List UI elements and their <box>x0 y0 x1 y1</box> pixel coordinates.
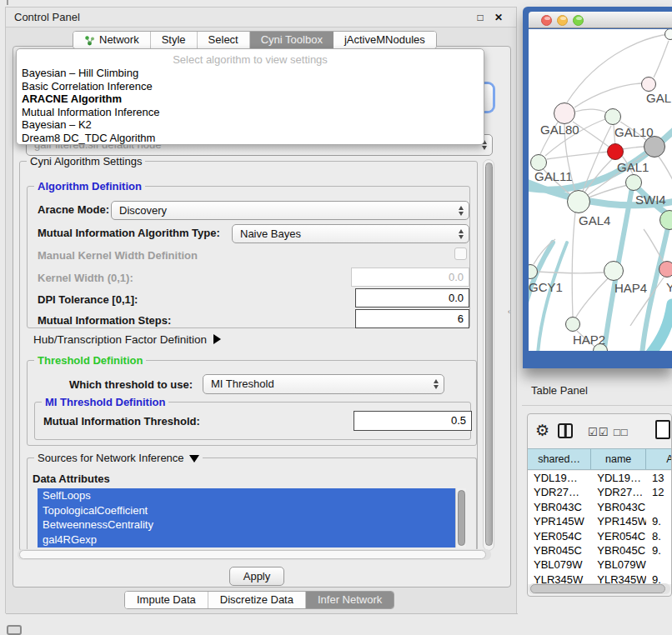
combo-stepper-icon <box>459 206 464 216</box>
control-panel-title: Control Panel <box>14 11 80 23</box>
table-row[interactable]: YBR043CYBR043C <box>528 500 672 514</box>
apply-button[interactable]: Apply <box>229 567 284 586</box>
tab-impute-data[interactable]: Impute Data <box>125 592 208 608</box>
node-label-y: Y <box>666 280 672 294</box>
node-y[interactable] <box>659 261 672 278</box>
tab-select[interactable]: Select <box>198 32 250 48</box>
table-header: shared…nameA <box>528 448 672 470</box>
algorithm-option-mutual-information-inference[interactable]: Mutual Information Inference <box>17 106 484 119</box>
gear-icon[interactable]: ⚙ <box>535 421 549 440</box>
close-light[interactable] <box>541 15 552 26</box>
node-gal10[interactable] <box>604 108 621 125</box>
tab-style[interactable]: Style <box>151 32 198 48</box>
sources-group: Sources for Network Inference Data Attri… <box>27 458 477 552</box>
tab-discretize-data[interactable]: Discretize Data <box>208 592 306 608</box>
tab-cyni-toolbox[interactable]: Cyni Toolbox <box>250 32 333 48</box>
zoom-light[interactable] <box>573 15 584 26</box>
tab-label: Select <box>208 32 238 48</box>
document-icon[interactable] <box>655 420 670 439</box>
table-row[interactable]: YDL19…YDL19…13 <box>528 471 672 485</box>
table-row[interactable]: YBL079WYBL079W <box>528 558 672 572</box>
network-canvas[interactable]: GALGAL80GAL10GAL1GAL11SWI4GAL4GCY1HAP4YH… <box>529 29 672 351</box>
which-threshold-label: Which threshold to use: <box>69 378 193 391</box>
column-header-shared[interactable]: shared… <box>528 449 591 469</box>
aracne-mode-label: Aracne Mode: <box>38 203 109 216</box>
combo-stepper-icon <box>434 379 439 389</box>
mi-steps-field[interactable]: 6 <box>355 309 469 328</box>
tab-jactivemnodules[interactable]: jActiveMNodules <box>333 32 436 48</box>
table-cell: YDR27… <box>528 485 591 499</box>
mi-threshold-field[interactable]: 0.5 <box>354 411 472 431</box>
table-cell: YBL079W <box>528 558 591 572</box>
attribute-item-topologicalcoefficient[interactable]: TopologicalCoefficient <box>38 503 466 518</box>
settings-vertical-scroll-thumb[interactable] <box>485 162 493 546</box>
network-window-titlebar[interactable] <box>529 12 672 28</box>
which-threshold-combo[interactable]: MI Threshold <box>203 374 444 394</box>
node-hap2[interactable] <box>565 317 580 332</box>
tab-infer-network[interactable]: Infer Network <box>306 592 394 608</box>
algorithm-option-basic-correlation-inference[interactable]: Basic Correlation Inference <box>17 80 484 93</box>
node[interactable] <box>644 136 665 158</box>
table-cell: YPR145W <box>528 514 591 528</box>
float-icon[interactable]: □ <box>474 12 486 23</box>
algorithm-option-aracne-algorithm[interactable]: ARACNE Algorithm <box>17 92 484 106</box>
node-gal80[interactable] <box>554 102 575 124</box>
table-horizontal-scrollbar[interactable] <box>529 583 670 594</box>
attribute-item-gal4rgexp[interactable]: gal4RGexp <box>38 532 466 548</box>
table-row[interactable]: YDR27…YDR27…12 <box>528 485 672 499</box>
close-icon[interactable]: ✕ <box>493 12 504 23</box>
column-header-name[interactable]: name <box>591 449 646 469</box>
sources-group-title[interactable]: Sources for Network Inference <box>34 452 203 464</box>
settings-horizontal-scroll-thumb[interactable] <box>19 550 486 559</box>
column-header-a[interactable]: A <box>646 449 672 469</box>
table-row[interactable]: YBR045CYBR045C9. <box>528 543 672 558</box>
node-gal1[interactable] <box>607 143 624 160</box>
node-label-gcy1: GCY1 <box>529 280 563 294</box>
node-gal[interactable] <box>641 77 656 92</box>
dpi-tolerance-field[interactable]: 0.0 <box>355 288 469 308</box>
kernel-width-label: Kernel Width (0,1): <box>38 272 133 284</box>
attributes-scroll-thumb[interactable] <box>458 490 465 546</box>
node-gal4[interactable] <box>567 190 590 213</box>
algorithm-option-dream8-dc-tdc-algorithm[interactable]: Dream8 DC_TDC Algorithm <box>17 132 484 145</box>
algorithm-option-bayesian-k2[interactable]: Bayesian – K2 <box>17 118 484 132</box>
table-cell: 12 <box>646 485 672 499</box>
splitter-handle[interactable]: ‹ <box>508 308 510 316</box>
aracne-mode-combo[interactable]: Discovery <box>111 201 469 220</box>
attribute-item-selfloops[interactable]: SelfLoops <box>38 488 466 503</box>
attributes-scrollbar[interactable] <box>455 488 466 548</box>
node-swi4[interactable] <box>625 174 642 191</box>
node-gal11[interactable] <box>530 154 547 171</box>
manual-kernel-checkbox[interactable] <box>454 248 467 260</box>
table-cell: 13 <box>646 471 672 485</box>
control-panel-titlebar: Control Panel □ ✕ <box>6 8 516 28</box>
threshold-definition-title: Threshold Definition <box>34 354 146 367</box>
bottom-left-icon[interactable] <box>7 625 22 635</box>
kernel-width-field[interactable]: 0.0 <box>351 268 469 287</box>
select-checks-icon[interactable]: ☑☑ <box>588 426 609 438</box>
settings-horizontal-scrollbar[interactable] <box>18 549 491 560</box>
table-row[interactable]: YER054CYER054C8. <box>528 529 672 543</box>
table-row[interactable]: YPR145WYPR145W9. <box>528 514 672 528</box>
node-hap4[interactable] <box>604 261 624 281</box>
table-scroll-thumb[interactable] <box>530 584 665 593</box>
node-label-gal: GAL <box>646 91 671 105</box>
table-cell: YDL19… <box>591 471 646 485</box>
node-label-gal4: GAL4 <box>579 213 610 228</box>
algorithm-option-bayesian-hill-climbing[interactable]: Bayesian – Hill Climbing <box>17 67 484 80</box>
table-cell: YER054C <box>528 529 591 543</box>
settings-group-title: Cyni Algorithm Settings <box>27 155 145 168</box>
data-attributes-list[interactable]: SelfLoopsTopologicalCoefficientBetweenne… <box>38 488 466 548</box>
tab-label: jActiveMNodules <box>344 32 425 48</box>
minimize-light[interactable] <box>557 15 568 26</box>
node[interactable] <box>664 29 672 40</box>
attribute-item-betweennesscentrality[interactable]: BetweennessCentrality <box>38 518 466 532</box>
table-row[interactable]: YLR345WYLR345W9. <box>528 572 672 584</box>
tab-network[interactable]: Network <box>73 32 151 48</box>
mi-type-combo[interactable]: Naive Bayes <box>232 224 469 243</box>
settings-vertical-scrollbar[interactable] <box>483 159 494 551</box>
hub-definition-label: Hub/Transcription Factor Definition <box>33 333 207 346</box>
deselect-boxes-icon[interactable]: □□ <box>614 426 629 438</box>
hub-definition-expander[interactable]: Hub/Transcription Factor Definition <box>33 333 221 346</box>
columns-icon[interactable] <box>558 423 573 438</box>
